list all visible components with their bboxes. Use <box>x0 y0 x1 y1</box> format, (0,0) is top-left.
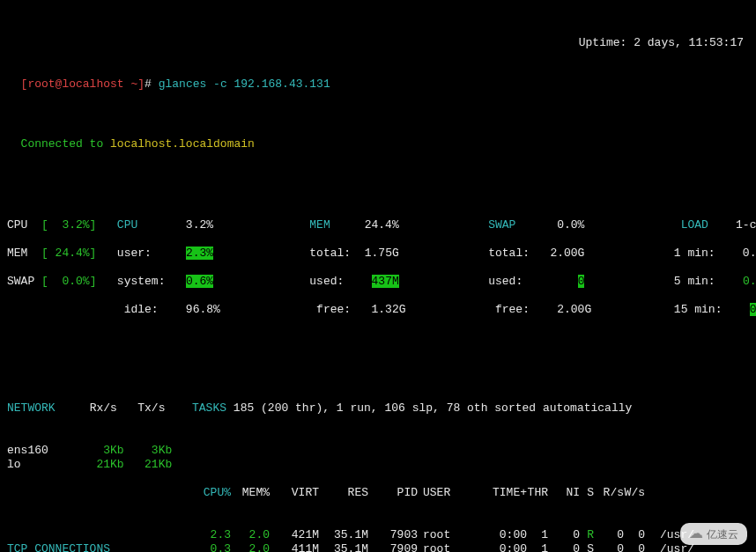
connected-line: Connected to localhost.localdomain Uptim… <box>7 123 749 166</box>
process-header: CPU% MEM% VIRT RES PID USER TIME+ THR NI… <box>192 486 749 500</box>
hdr-cmd <box>645 486 694 500</box>
mem-col-label: MEM <box>309 218 330 232</box>
mem-label: MEM <box>7 247 27 260</box>
prompt-command: glances -c 192.168.43.131 <box>159 77 330 91</box>
right-panel: TASKS 185 (200 thr), 1 run, 106 slp, 78 … <box>192 373 749 552</box>
hdr-rs: R/s <box>594 486 624 500</box>
load1-label: 1 min: <box>674 247 715 260</box>
user-label: user: <box>117 247 152 260</box>
net-rx-hdr: Rx/s <box>90 401 117 415</box>
connected-host: localhost.localdomain <box>110 137 255 151</box>
system-val: 0.6% <box>186 275 213 288</box>
cpu-bracket: [ 3.2%] <box>41 218 96 232</box>
left-panel: NETWORK Rx/s Tx/s ens160 3Kb 3Kblo 21Kb … <box>7 373 192 552</box>
process-row: 2.32.0421M35.1M7903root0:0010R00/usr/ <box>192 528 749 542</box>
system-label: system: <box>117 275 166 288</box>
prompt-userhost: [root@localhost ~] <box>21 77 145 91</box>
mem-total-label: total: <box>309 247 351 260</box>
mem-bracket: [ 24.4%] <box>41 247 96 260</box>
load1-val: 0.01 <box>743 247 756 260</box>
network-row: ens160 3Kb 3Kb <box>7 444 192 458</box>
hdr-res: RES <box>319 486 368 500</box>
hdr-time: TIME+ <box>474 486 527 500</box>
hdr-mem: MEM% <box>231 486 270 500</box>
swap-bracket: [ 0.0%] <box>41 275 96 288</box>
swap-free-val: 2.00G <box>557 303 591 316</box>
load5-label: 5 min: <box>674 275 715 288</box>
hdr-ni: NI <box>548 486 580 500</box>
idle-val: 96.8% <box>186 303 220 316</box>
watermark-text: 亿速云 <box>707 527 738 541</box>
swap-col-val: 0.0% <box>557 218 584 232</box>
load-core: 1-core <box>736 218 756 232</box>
uptime-text: Uptime: 2 days, 11:53:17 <box>579 36 744 50</box>
swap-used-val: 0 <box>578 275 585 288</box>
hdr-thr: THR <box>527 486 548 500</box>
swap-total-val: 2.00G <box>550 247 584 260</box>
mem-total-val: 1.75G <box>365 247 399 260</box>
mem-col-val: 24.4% <box>365 218 399 232</box>
mem-used-label: used: <box>309 275 344 288</box>
hdr-virt: VIRT <box>270 486 319 500</box>
cpu-col-label: CPU <box>117 218 137 232</box>
watermark: 亿速云 <box>680 523 747 545</box>
swap-label: SWAP <box>7 275 34 288</box>
network-title: NETWORK <box>7 401 56 415</box>
swap-total-label: total: <box>488 247 530 260</box>
hdr-pid: PID <box>368 486 418 500</box>
mem-used-val: 437M <box>372 275 399 288</box>
prompt-hash: # <box>145 77 152 91</box>
load15-label: 15 min: <box>674 303 723 316</box>
user-val: 2.3% <box>186 247 213 260</box>
load-label: LOAD <box>681 218 708 232</box>
hdr-s: S <box>580 486 594 500</box>
tasks-label: TASKS <box>192 401 226 415</box>
hdr-user: USER <box>418 486 474 500</box>
mem-free-label: free: <box>316 303 351 316</box>
connected-label: Connected to <box>21 137 110 151</box>
swap-used-label: used: <box>488 275 523 288</box>
load15-val: 0.00 <box>750 303 756 316</box>
shell-prompt: [root@localhost ~]# glances -c 192.168.4… <box>7 63 749 92</box>
cpu-label: CPU <box>7 218 27 232</box>
hdr-cpu: CPU% <box>192 486 231 500</box>
net-tx-hdr: Tx/s <box>137 401 165 415</box>
hdr-ws: W/s <box>624 486 645 500</box>
tcp-title: TCP CONNECTIONS <box>7 542 110 552</box>
tasks-text: 185 (200 thr), 1 run, 106 slp, 78 oth so… <box>233 401 632 415</box>
summary-block: CPU [ 3.2%] CPU 3.2% MEM 24.4% SWAP 0.0%… <box>7 204 749 331</box>
swap-free-label: free: <box>495 303 530 316</box>
process-row: 0.32.0411M35.1M7909root0:0010S00/usr/ <box>192 542 749 552</box>
network-row: lo 21Kb 21Kb <box>7 458 192 472</box>
idle-label: idle: <box>124 303 159 316</box>
mem-free-val: 1.32G <box>372 303 406 316</box>
load5-val: 0.02 <box>743 275 756 288</box>
cpu-col-val: 3.2% <box>186 218 213 232</box>
cloud-icon <box>689 526 703 541</box>
swap-col-label: SWAP <box>488 218 515 232</box>
